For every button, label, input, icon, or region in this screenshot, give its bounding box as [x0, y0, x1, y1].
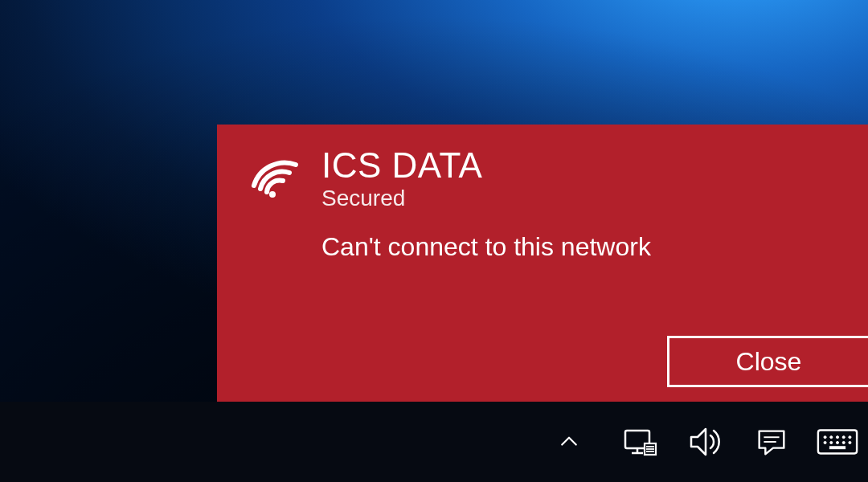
network-monitor-icon: [620, 423, 659, 461]
network-name: ICS DATA: [321, 147, 836, 184]
desktop-background: ICS DATA Secured Can't connect to this n…: [0, 0, 868, 482]
action-center-icon: [753, 423, 790, 460]
close-button-label: Close: [736, 347, 802, 377]
close-button[interactable]: Close: [667, 336, 868, 387]
touch-keyboard-button[interactable]: [815, 419, 860, 464]
svg-point-17: [830, 441, 833, 443]
network-security-label: Secured: [321, 186, 836, 211]
volume-tray-button[interactable]: [683, 419, 728, 464]
speaker-icon: [686, 423, 725, 461]
chevron-up-icon: [558, 431, 580, 453]
network-tray-button[interactable]: [617, 419, 662, 464]
svg-point-19: [842, 441, 845, 443]
svg-point-15: [849, 436, 851, 439]
svg-point-12: [830, 436, 833, 439]
svg-point-18: [836, 441, 838, 443]
svg-point-20: [849, 441, 851, 443]
svg-point-13: [836, 436, 838, 439]
svg-point-16: [824, 441, 826, 443]
network-entry[interactable]: ICS DATA Secured Can't connect to this n…: [249, 147, 836, 262]
touch-keyboard-icon: [816, 426, 859, 458]
svg-point-11: [824, 436, 826, 439]
tray-overflow-button[interactable]: [547, 419, 592, 464]
svg-point-14: [842, 436, 845, 439]
svg-point-0: [269, 191, 276, 198]
network-flyout-panel: ICS DATA Secured Can't connect to this n…: [217, 125, 868, 402]
action-center-button[interactable]: [749, 419, 794, 464]
network-error-message: Can't connect to this network: [321, 232, 836, 262]
svg-rect-21: [829, 447, 845, 449]
wifi-icon: [249, 150, 301, 198]
taskbar: [0, 402, 868, 482]
